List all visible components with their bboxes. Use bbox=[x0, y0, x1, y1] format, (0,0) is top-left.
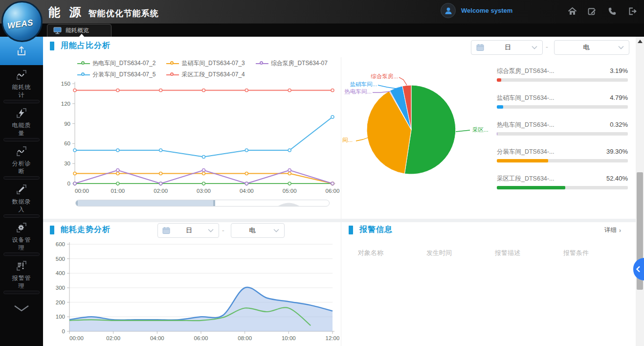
alarm-column-occur-time: 发生时间 bbox=[426, 249, 452, 257]
line-chart-legend: 热电车间_DTS634-07_2 盐硝车间_DTS634-07_3 综合泵房_D… bbox=[77, 59, 328, 79]
alarm-column-description: 报警描述 bbox=[495, 249, 520, 257]
svg-text:采区...: 采区... bbox=[472, 127, 489, 133]
data-zoom-selection[interactable] bbox=[76, 200, 215, 206]
scroll-up-arrow[interactable] bbox=[638, 40, 643, 43]
home-icon[interactable] bbox=[567, 6, 577, 16]
ranking-percent: 0.32% bbox=[610, 121, 628, 128]
chevron-down-icon bbox=[12, 304, 31, 312]
alarm-list-icon bbox=[16, 260, 27, 272]
pencil-icon bbox=[16, 184, 27, 195]
sidebar-item-alarm-management[interactable]: 报警管理 bbox=[0, 256, 43, 294]
lightning-icon bbox=[16, 107, 27, 119]
chevron-down-icon bbox=[532, 46, 537, 49]
ranking-item: 综合泵房_DTS634-...3.19% bbox=[497, 67, 628, 82]
sidebar-item-data-entry[interactable]: 数据录入 bbox=[0, 180, 43, 218]
svg-text:400: 400 bbox=[56, 270, 65, 276]
panel-title-text: 用能占比分析 bbox=[61, 41, 111, 51]
legend-marker bbox=[77, 72, 90, 77]
ranking-item: 盐硝车间_DTS634-...4.79% bbox=[497, 94, 628, 109]
overview-icon bbox=[15, 45, 28, 57]
chevron-right-icon: › bbox=[619, 227, 621, 234]
legend-item[interactable]: 盐硝车间_DTS634-07_3 bbox=[166, 59, 244, 68]
sidebar-item-label: 电能质量 bbox=[10, 121, 33, 137]
ranking-bar-fill bbox=[497, 78, 501, 82]
svg-text:04:00: 04:00 bbox=[240, 188, 254, 194]
data-zoom-slider[interactable] bbox=[75, 200, 330, 207]
ranking-bar-fill bbox=[497, 105, 503, 109]
period-value: 日 bbox=[484, 43, 532, 52]
svg-text:02:00: 02:00 bbox=[154, 188, 168, 194]
svg-text:盐硝车间...: 盐硝车间... bbox=[350, 81, 377, 87]
svg-text:12:00: 12:00 bbox=[326, 335, 339, 341]
chevron-down-icon bbox=[618, 46, 624, 49]
ranking-bar-fill bbox=[497, 159, 548, 162]
sidebar-item-power-quality[interactable]: 电能质量 bbox=[0, 103, 43, 141]
chevron-left-icon bbox=[636, 266, 641, 273]
legend-marker bbox=[77, 61, 90, 66]
ranking-name: 热电车间_DTS634-... bbox=[497, 121, 554, 129]
svg-text:01:00: 01:00 bbox=[111, 188, 125, 194]
svg-text:综合泵房...: 综合泵房... bbox=[370, 73, 398, 79]
ranking-bar-track bbox=[497, 159, 628, 162]
title-accent-bar bbox=[50, 42, 54, 50]
chevron-down-icon bbox=[208, 229, 214, 232]
panel-title-text: 报警信息 bbox=[359, 225, 393, 235]
proportion-pie-chart: 采区...间...热电车间...盐硝车间...综合泵房... bbox=[341, 68, 494, 199]
wave-chart-icon bbox=[16, 69, 27, 81]
sidebar-item-label: 能耗统计 bbox=[10, 83, 33, 99]
period-select[interactable]: 日 bbox=[471, 40, 543, 55]
svg-text:60: 60 bbox=[64, 140, 70, 146]
svg-text:04:00: 04:00 bbox=[150, 335, 164, 341]
trend-energy-type-select[interactable]: 电 bbox=[231, 223, 285, 238]
vertical-divider bbox=[341, 222, 341, 346]
svg-text:150: 150 bbox=[61, 81, 70, 87]
sidebar-item-label: 分析诊断 bbox=[10, 160, 33, 175]
legend-marker bbox=[256, 61, 268, 66]
header: 能 源 智能优化节能系统 Welcome system bbox=[0, 0, 644, 23]
alarm-table-header: 对象名称 发生时间 报警描述 报警条件 bbox=[336, 249, 610, 257]
tab-label: 能耗概览 bbox=[66, 26, 89, 35]
wave-chart-icon bbox=[16, 145, 27, 157]
calendar-icon bbox=[476, 44, 484, 51]
ranking-bar-track bbox=[497, 186, 628, 189]
tab-energy-overview[interactable]: 能耗概览 bbox=[47, 24, 111, 37]
svg-text:间...: 间... bbox=[342, 137, 353, 143]
trend-period-select[interactable]: 日 bbox=[157, 223, 219, 238]
ranking-percent: 39.30% bbox=[606, 148, 628, 155]
sidebar-divider bbox=[3, 138, 40, 141]
logout-icon[interactable] bbox=[627, 6, 637, 16]
energy-type-select[interactable]: 电 bbox=[554, 40, 629, 55]
sidebar-item-label: 设备管理 bbox=[10, 236, 33, 252]
ranking-name: 综合泵房_DTS634-... bbox=[497, 67, 554, 75]
weas-logo-text: WEAS bbox=[6, 18, 33, 31]
sidebar: 能耗统计 电能质量 分析诊断 数据录入 设备管理 报警管理 bbox=[0, 23, 43, 346]
legend-item[interactable]: 综合泵房_DTS634-07 bbox=[256, 59, 328, 68]
sidebar-item-device-management[interactable]: 设备管理 bbox=[0, 218, 43, 256]
sidebar-item-energy-statistics[interactable]: 能耗统计 bbox=[0, 65, 43, 103]
weas-logo: WEAS bbox=[1, 1, 43, 42]
alarm-detail-link[interactable]: 详细 › bbox=[604, 226, 621, 234]
ranking-percent: 52.40% bbox=[606, 175, 628, 182]
sidebar-item-analysis-diagnosis[interactable]: 分析诊断 bbox=[0, 141, 43, 180]
legend-item[interactable]: 热电车间_DTS634-07_2 bbox=[77, 59, 155, 68]
ranking-name: 盐硝车间_DTS634-... bbox=[497, 94, 554, 102]
welcome-text: Welcome system bbox=[461, 7, 512, 14]
edit-icon[interactable] bbox=[587, 6, 597, 16]
svg-text:05:00: 05:00 bbox=[283, 188, 297, 194]
ranking-percent: 3.19% bbox=[610, 67, 628, 74]
vertical-scrollbar[interactable] bbox=[636, 37, 644, 346]
data-zoom-preview bbox=[251, 200, 324, 207]
ranking-item: 采区工段_DTS634-...52.40% bbox=[497, 175, 628, 189]
user-menu[interactable]: Welcome system bbox=[441, 3, 512, 18]
trend-panel-title: 能耗走势分析 bbox=[50, 225, 111, 235]
sidebar-divider bbox=[3, 253, 40, 256]
alarm-column-object-name: 对象名称 bbox=[358, 249, 383, 257]
monitor-icon bbox=[53, 27, 62, 34]
app-title-main: 能 源 bbox=[48, 4, 84, 20]
ranking-name: 分装车间_DTS634-... bbox=[497, 148, 554, 156]
ranking-item: 分装车间_DTS634-...39.30% bbox=[497, 148, 628, 162]
svg-text:300: 300 bbox=[56, 285, 65, 291]
sidebar-expand-more[interactable] bbox=[0, 294, 43, 323]
phone-icon[interactable] bbox=[607, 6, 617, 16]
legend-marker bbox=[166, 61, 179, 66]
